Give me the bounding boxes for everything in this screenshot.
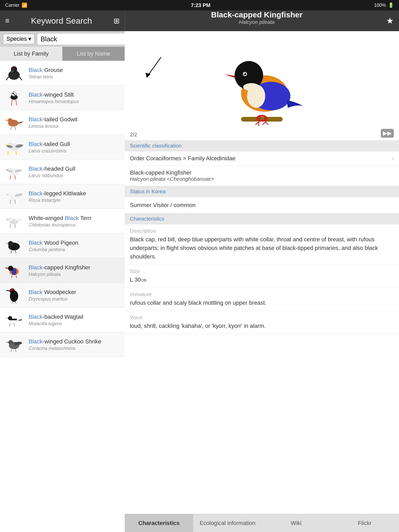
detail-bird-subtitle: Halcyon pileata <box>239 19 275 25</box>
dropdown-arrow-icon: ▾ <box>28 36 31 42</box>
grid-icon[interactable]: ⊞ <box>114 17 119 25</box>
species-dropdown-label: Species <box>6 36 27 42</box>
immature-section: Immature rufous collar and scaly black m… <box>125 288 399 311</box>
bird-latin-name: Coracina melaschistos <box>29 346 121 351</box>
bird-info: Black-legged Kittiwake Rissa tridactyla <box>29 190 121 203</box>
bird-latin-name: Tetrao tetrix <box>29 74 121 80</box>
favorite-star-icon[interactable]: ★ <box>386 16 394 26</box>
bird-info: Black-capped Kingfisher Halcyon pileata <box>29 264 121 277</box>
bird-common-name: Black-backed Wagtail <box>29 313 121 321</box>
bird-thumbnail <box>4 187 24 205</box>
list-item[interactable]: Black-winged Cuckoo Shrike Coracina mela… <box>0 332 125 357</box>
svg-point-32 <box>8 316 12 320</box>
classification-order-row[interactable]: Order Coraciiformes > Family Alcedinidae… <box>125 151 399 166</box>
bird-info: Black-tailed Godwit Limosa limosa <box>29 116 121 129</box>
chevron-right-icon: › <box>392 155 394 162</box>
list-item[interactable]: Black Woodpecker Dryocopus martius <box>0 283 125 308</box>
immature-label: Immature <box>130 291 394 297</box>
bird-common-name: Black-legged Kittiwake <box>29 190 121 198</box>
list-item[interactable]: Black-backed Wagtail Motacilla lugens <box>0 308 125 332</box>
list-item[interactable]: Black-winged Stilt Himantopus himantopus <box>0 85 125 110</box>
bottom-tabs: Characteristics Ecological information W… <box>125 514 399 532</box>
bird-info: Black Wood Pigeon Columba janthina <box>29 239 121 252</box>
species-dropdown[interactable]: Species ▾ <box>3 34 35 44</box>
svg-line-46 <box>148 57 161 75</box>
bird-info: White-winged Black Tern Chlidonias leuco… <box>29 214 121 228</box>
voice-value: loud, shrill, cackling 'kahaha', or 'kyo… <box>130 322 394 330</box>
bird-info: Black-headed Gull Larus ridibundus <box>29 165 121 178</box>
list-item[interactable]: Black Wood Pigeon Columba janthina <box>0 234 125 258</box>
list-item[interactable]: Black-tailed Gull Larus crassirostris <box>0 135 125 159</box>
bird-thumbnail <box>4 113 24 131</box>
size-value: L 30㎝ <box>130 275 394 284</box>
size-section: Size L 30㎝ <box>125 265 399 288</box>
header-title: Keyword Search <box>31 16 92 26</box>
bird-info: Black Woodpecker Dryocopus martius <box>29 288 121 302</box>
bird-latin-name: Halcyon pileata <box>29 272 121 277</box>
svg-point-29 <box>10 289 13 291</box>
svg-marker-47 <box>145 73 151 78</box>
list-item-selected[interactable]: Black-capped Kingfisher Halcyon pileata <box>0 258 125 283</box>
search-input-wrapper: ✕ <box>37 33 133 45</box>
svg-point-7 <box>8 118 12 123</box>
tab-wiki[interactable]: Wiki <box>262 514 330 532</box>
bird-illustration <box>194 34 329 138</box>
tab-ecological-info[interactable]: Ecological information <box>193 514 262 532</box>
tab-characteristics[interactable]: Characteristics <box>125 514 193 532</box>
bird-latin-name: Columba janthina <box>29 247 121 252</box>
bird-thumbnail <box>4 64 24 82</box>
status-right: 100% 🔋 <box>374 2 394 8</box>
bird-latin-name: Motacilla lugens <box>29 321 121 327</box>
svg-point-45 <box>244 73 245 74</box>
description-text: Black cap, red bill, deep blue upperpart… <box>130 235 394 261</box>
classification-order: Order Coraciiformes > Family Alcedinidae <box>130 155 236 162</box>
list-item[interactable]: Black-legged Kittiwake Rissa tridactyla <box>0 184 125 209</box>
bird-image-container[interactable]: 2/2 ▶▶ <box>125 31 399 140</box>
tab-list-by-family[interactable]: List by Family <box>0 47 62 61</box>
bird-info: Black-winged Cuckoo Shrike Coracina mela… <box>29 338 121 351</box>
bird-latin-name: Larus ridibundus <box>29 173 121 178</box>
battery-label: 100% <box>374 3 386 8</box>
tab-name-label: List by Name <box>77 50 110 57</box>
right-col: 2/2 ▶▶ Scientific classification Order C… <box>125 31 399 532</box>
bird-common-name: Black-winged Stilt <box>29 91 121 99</box>
svg-point-34 <box>8 340 13 345</box>
header: ≡ Keyword Search ⊞ Black-capped Kingfish… <box>0 10 399 31</box>
bird-common-name: White-winged Black Tern <box>29 214 121 222</box>
bird-common-name: Black-winged Cuckoo Shrike <box>29 338 121 346</box>
bird-common-name: Black-capped Kingfisher <box>29 264 121 272</box>
video-icon[interactable]: ▶▶ <box>381 129 394 138</box>
status-content: Summer Visitor / common <box>125 197 399 213</box>
detail-bird-title: Black-capped Kingfisher <box>211 10 303 19</box>
image-counter: 2/2 <box>130 132 137 138</box>
tab-flickr[interactable]: Flickr <box>330 514 399 532</box>
characteristics-header: Characteristics <box>125 213 399 224</box>
bird-thumbnail <box>4 311 24 329</box>
list-item[interactable]: White-winged Black Tern Chlidonias leuco… <box>0 209 125 234</box>
bird-latin-name: Chlidonias leucopterus <box>29 222 121 228</box>
bird-thumbnail <box>4 286 24 304</box>
list-item[interactable]: Black-headed Gull Larus ridibundus <box>0 159 125 184</box>
bird-list: Black Grouse Tetrao tetrix <box>0 61 125 532</box>
bird-thumbnail <box>4 261 24 280</box>
bird-common-name: Black Woodpecker <box>29 288 121 296</box>
bird-info: Black-tailed Gull Larus crassirostris <box>29 140 121 154</box>
battery-icon: 🔋 <box>388 2 394 8</box>
header-left: ≡ Keyword Search ⊞ <box>0 10 125 31</box>
left-col: Species ▾ ✕ List by Family List by Name <box>0 31 125 532</box>
list-item[interactable]: Black-tailed Godwit Limosa limosa <box>0 110 125 135</box>
bird-info: Black-backed Wagtail Motacilla lugens <box>29 313 121 327</box>
detail-content: Scientific classification Order Coraciif… <box>125 140 399 514</box>
bird-common-name: Black Grouse <box>29 66 121 74</box>
tab-list-by-name[interactable]: List by Name <box>62 47 125 61</box>
search-input[interactable] <box>41 35 125 43</box>
menu-icon[interactable]: ≡ <box>5 17 9 25</box>
svg-point-5 <box>12 93 14 94</box>
list-item[interactable]: Black Grouse Tetrao tetrix <box>0 61 125 85</box>
species-common-name: Black-capped Kingfisher <box>130 169 394 176</box>
immature-value: rufous collar and scaly black mottling o… <box>130 298 394 307</box>
header-right-inner: Black-capped Kingfisher Halcyon pileata <box>206 10 318 31</box>
voice-section: Voice loud, shrill, cackling 'kahaha', o… <box>125 311 399 334</box>
bird-common-name: Black-headed Gull <box>29 165 121 173</box>
wifi-icon: 📶 <box>22 2 27 8</box>
